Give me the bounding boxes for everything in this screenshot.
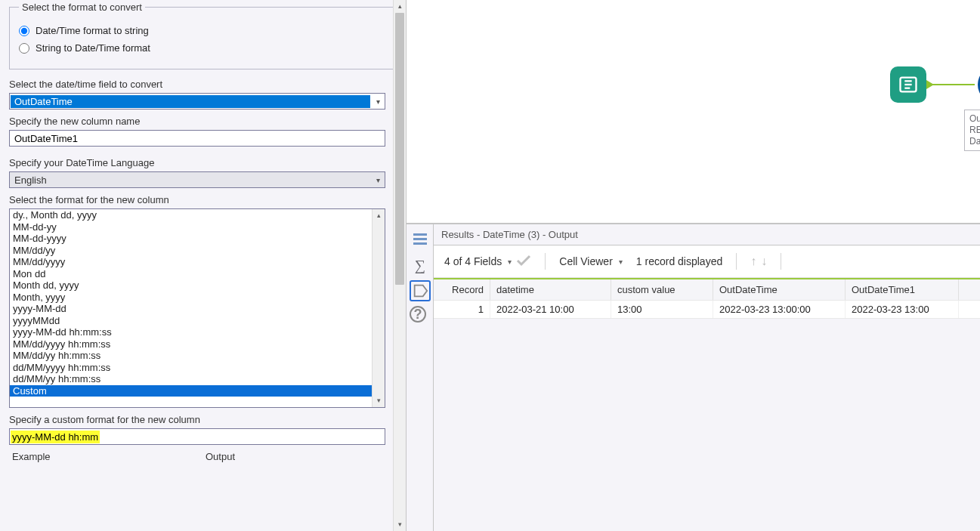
output-port[interactable] <box>926 80 934 89</box>
format-option[interactable]: MM/dd/yy <box>10 245 372 257</box>
format-option[interactable]: dd/MM/yy hh:mm:ss <box>10 373 372 385</box>
panel-scrollbar[interactable]: ▴ ▾ <box>393 0 406 531</box>
format-option[interactable]: Custom <box>10 385 372 397</box>
col-outdatetime[interactable]: OutDateTime <box>713 279 846 300</box>
example-header: Example <box>12 451 206 462</box>
format-listbox[interactable]: dy., Month dd, yyyyMM-dd-yyMM-dd-yyyyMM/… <box>9 208 385 408</box>
col-outdatetime1[interactable]: OutDateTime1 <box>846 279 959 300</box>
output-header: Output <box>206 451 235 462</box>
custom-format-input[interactable]: yyyy-MM-dd hh:mm <box>9 428 385 445</box>
scroll-down-icon[interactable]: ▾ <box>394 518 406 531</box>
results-table: Record datetime custom value OutDateTime… <box>434 278 980 319</box>
language-value: English <box>10 173 371 187</box>
table-row[interactable]: 1 2022-03-21 10:00 13:00 2022-03-23 13:0… <box>434 301 980 319</box>
scroll-up-icon[interactable]: ▴ <box>394 0 406 13</box>
cell-datetime: 2022-03-21 10:00 <box>490 301 611 318</box>
arrow-up-icon[interactable]: ↑ <box>750 255 756 268</box>
format-option[interactable]: dd/MM/yyyy hh:mm:ss <box>10 362 372 374</box>
messages-icon[interactable] <box>410 229 431 250</box>
fields-selector[interactable]: 4 of 4 Fields ▾ <box>444 255 531 269</box>
field-select-dropdown[interactable]: OutDateTime ▾ <box>9 93 385 110</box>
newcol-input[interactable] <box>9 130 385 147</box>
field-select-value: OutDateTime <box>11 95 370 108</box>
newcol-label: Specify the new column name <box>9 116 397 127</box>
format-direction-group: Select the format to convert Date/Time f… <box>9 2 397 69</box>
format-list-label: Select the format for the new column <box>9 194 397 205</box>
format-option[interactable]: MM-dd-yy <box>10 221 372 233</box>
format-option[interactable]: yyyyMMdd <box>10 315 372 327</box>
scroll-up-icon[interactable]: ▴ <box>373 209 385 222</box>
format-listbox-scrollbar[interactable]: ▴ ▾ <box>372 209 385 407</box>
format-option[interactable]: MM/dd/yy hh:mm:ss <box>10 350 372 362</box>
cell-viewer-selector[interactable]: Cell Viewer ▾ <box>559 255 623 267</box>
results-pane: ∑ ? Results - DateTime (3) - Output 4 of… <box>407 224 980 531</box>
help-icon[interactable]: ? <box>410 306 426 323</box>
text-input-icon <box>898 74 919 95</box>
svg-rect-13 <box>413 242 427 245</box>
svg-rect-11 <box>413 233 427 236</box>
workflow-panel: OutDateTime = REGEX_Replace( DateTimeAdd… <box>407 0 980 531</box>
cell-outdatetime1: 2022-03-23 13:00 <box>846 301 959 318</box>
svg-rect-12 <box>413 238 427 240</box>
field-select-label: Select the date/time field to convert <box>9 79 397 90</box>
workflow-canvas[interactable]: OutDateTime = REGEX_Replace( DateTimeAdd… <box>407 0 980 224</box>
col-datetime[interactable]: datetime <box>490 279 611 300</box>
scroll-thumb[interactable] <box>395 13 404 285</box>
cell-custom-value: 13:00 <box>611 301 713 318</box>
results-title: Results - DateTime (3) - Output <box>434 224 980 245</box>
arrow-down-icon[interactable]: ↓ <box>761 255 767 268</box>
col-custom-value[interactable]: custom value <box>611 279 713 300</box>
language-label: Specify your DateTime Language <box>9 157 397 168</box>
record-count: 1 record displayed <box>636 255 722 267</box>
col-record[interactable]: Record <box>434 279 490 300</box>
format-option[interactable]: Month, yyyy <box>10 292 372 304</box>
scroll-down-icon[interactable]: ▾ <box>373 394 385 407</box>
format-direction-legend: Select the format to convert <box>19 2 145 13</box>
cell-record: 1 <box>434 301 490 318</box>
format-option[interactable]: Month dd, yyyy <box>10 279 372 292</box>
radio-to-string-label: Date/Time format to string <box>36 25 149 36</box>
format-option[interactable]: MM-dd-yyyy <box>10 233 372 245</box>
node-text-input[interactable] <box>890 66 926 103</box>
radio-string-to-datetime[interactable]: String to Date/Time format <box>19 42 387 54</box>
format-option[interactable]: Mon dd <box>10 268 372 280</box>
format-option[interactable]: yyyy-MM-dd hh:mm:ss <box>10 326 372 338</box>
radio-to-date-input[interactable] <box>19 43 29 54</box>
connector <box>928 84 975 85</box>
config-panel: Select the format to convert Date/Time f… <box>0 0 407 531</box>
check-icon <box>516 255 531 269</box>
results-toolbar: 4 of 4 Fields ▾ Cell Viewer ▾ 1 record d… <box>434 245 980 278</box>
radio-to-string-input[interactable] <box>19 26 29 36</box>
results-sidebar: ∑ ? <box>407 224 434 531</box>
radio-datetime-to-string[interactable]: Date/Time format to string <box>19 25 387 36</box>
custom-format-value: yyyy-MM-dd hh:mm <box>11 431 100 443</box>
format-option[interactable]: dy., Month dd, yyyy <box>10 209 372 221</box>
chevron-down-icon: ▾ <box>371 97 385 106</box>
chevron-down-icon: ▾ <box>619 258 623 266</box>
table-header: Record datetime custom value OutDateTime… <box>434 279 980 301</box>
language-dropdown[interactable]: English ▾ <box>9 171 385 188</box>
chevron-down-icon: ▾ <box>508 258 512 266</box>
sigma-icon[interactable]: ∑ <box>410 255 431 276</box>
format-option[interactable]: yyyy-MM-dd <box>10 303 372 315</box>
output-anchor-icon[interactable] <box>410 280 431 301</box>
format-option[interactable]: MM/dd/yyyy <box>10 256 372 268</box>
node-formula-annotation: OutDateTime = REGEX_Replace( DateTimeAdd… <box>964 110 980 151</box>
custom-format-label: Specify a custom format for the new colu… <box>9 414 397 425</box>
format-option[interactable]: MM/dd/yyyy hh:mm:ss <box>10 338 372 350</box>
radio-to-date-label: String to Date/Time format <box>36 42 150 54</box>
cell-outdatetime: 2022-03-23 13:00:00 <box>713 301 846 318</box>
chevron-down-icon: ▾ <box>371 176 385 184</box>
